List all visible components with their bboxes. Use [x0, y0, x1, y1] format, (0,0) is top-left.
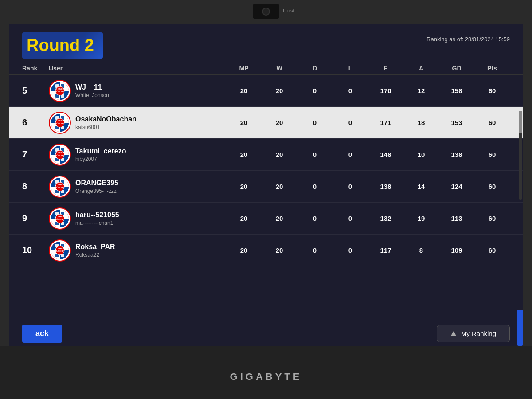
round-title: Round 2	[22, 32, 103, 59]
my-ranking-button[interactable]: My Ranking	[437, 325, 510, 342]
stat-l: 0	[332, 183, 368, 190]
user-cell: FC BAYERN MÜNCHEN ORANGE395 Orange395-_-…	[49, 176, 137, 198]
user-cell: FC BAYERN MÜNCHEN WJ__11 White_Jonson	[49, 80, 137, 102]
stat-a: 8	[403, 246, 439, 254]
sub-username: ma---------chan1	[75, 220, 119, 226]
team-badge: FC BAYERN MÜNCHEN	[49, 207, 71, 230]
table-row: 9 FC BAYERN MÜNCHEN haru--521055 ma-----…	[9, 203, 523, 235]
col-rank-label: Rank	[22, 65, 49, 72]
stat-d: 0	[297, 215, 332, 222]
svg-text:FC BAYERN: FC BAYERN	[55, 184, 65, 186]
stat-mp: 20	[226, 119, 262, 126]
sub-username: hiby2007	[75, 156, 126, 162]
rank-number: 7	[22, 149, 49, 160]
screen-content: Round 2 Ranking as of: 28/01/2024 15:59 …	[9, 24, 523, 346]
svg-text:MÜNCHEN: MÜNCHEN	[55, 90, 65, 93]
team-badge: FC BAYERN MÜNCHEN	[49, 176, 71, 198]
scrollbar[interactable]	[519, 111, 522, 200]
stat-d: 0	[297, 183, 332, 190]
stat-f: 171	[368, 119, 403, 126]
sub-username: Orange395-_-zzz	[75, 188, 118, 194]
stat-l: 0	[332, 119, 368, 126]
stat-gd: 158	[439, 87, 474, 94]
stat-l: 0	[332, 151, 368, 158]
stat-l: 0	[332, 87, 368, 94]
monitor-bottom: GIGABYTE	[0, 346, 532, 399]
user-info: WJ__11 White_Jonson	[75, 83, 109, 98]
rank-number: 10	[22, 245, 49, 255]
team-badge: FC BAYERN MÜNCHEN	[49, 80, 71, 102]
stat-pts: 60	[474, 87, 510, 94]
stat-a: 10	[403, 151, 439, 158]
col-l-label: L	[332, 65, 368, 72]
username: OsakaNoObachan	[75, 115, 137, 123]
stat-l: 0	[332, 246, 368, 254]
header: Round 2 Ranking as of: 28/01/2024 15:59	[9, 24, 523, 62]
table-body: 5 FC BAYERN MÜNCHEN WJ__11 White_Jonson …	[9, 75, 523, 346]
col-w-label: W	[262, 65, 297, 72]
svg-text:MÜNCHEN: MÜNCHEN	[55, 218, 65, 220]
stat-gd: 138	[439, 151, 474, 158]
svg-text:FC BAYERN: FC BAYERN	[55, 247, 65, 250]
col-a-label: A	[403, 65, 439, 72]
stat-mp: 20	[226, 183, 262, 190]
username: haru--521055	[75, 211, 119, 219]
col-mp-label: MP	[226, 65, 262, 72]
stat-d: 0	[297, 119, 332, 126]
col-user-label: User	[49, 65, 137, 72]
rank-number: 6	[22, 117, 49, 128]
svg-text:FC BAYERN: FC BAYERN	[55, 152, 65, 154]
user-cell: FC BAYERN MÜNCHEN Takumi_cerezo hiby2007	[49, 144, 137, 166]
right-accent	[517, 310, 523, 346]
stat-f: 170	[368, 87, 403, 94]
stat-a: 19	[403, 215, 439, 222]
scrollbar-thumb[interactable]	[519, 111, 522, 133]
stat-d: 0	[297, 246, 332, 254]
table-row: 8 FC BAYERN MÜNCHEN ORANGE395 Orange395-…	[9, 171, 523, 203]
col-f-label: F	[368, 65, 403, 72]
team-badge: FC BAYERN MÜNCHEN	[49, 112, 71, 134]
svg-text:FC BAYERN: FC BAYERN	[55, 120, 65, 122]
table-row: 7 FC BAYERN MÜNCHEN Takumi_cerezo hiby20…	[9, 139, 523, 171]
stat-w: 20	[262, 246, 297, 254]
sub-username: White_Jonson	[75, 92, 109, 98]
brand-label: GIGABYTE	[230, 371, 302, 383]
username: WJ__11	[75, 83, 109, 91]
stat-mp: 20	[226, 215, 262, 222]
username: ORANGE395	[75, 179, 118, 187]
stat-mp: 20	[226, 151, 262, 158]
stat-w: 20	[262, 87, 297, 94]
stat-pts: 60	[474, 119, 510, 126]
stat-gd: 109	[439, 246, 474, 254]
stat-d: 0	[297, 151, 332, 158]
stat-pts: 60	[474, 151, 510, 158]
stat-d: 0	[297, 87, 332, 94]
rank-number: 9	[22, 213, 49, 223]
webcam	[253, 4, 279, 19]
stat-f: 132	[368, 215, 403, 222]
user-info: Takumi_cerezo hiby2007	[75, 147, 126, 162]
user-cell: FC BAYERN MÜNCHEN haru--521055 ma-------…	[49, 207, 137, 230]
stat-f: 148	[368, 151, 403, 158]
stat-w: 20	[262, 151, 297, 158]
user-info: ORANGE395 Orange395-_-zzz	[75, 179, 118, 194]
user-info: haru--521055 ma---------chan1	[75, 211, 119, 226]
my-ranking-label: My Ranking	[461, 330, 496, 337]
stat-l: 0	[332, 215, 368, 222]
stat-w: 20	[262, 119, 297, 126]
user-info: OsakaNoObachan katsu6001	[75, 115, 137, 130]
back-button[interactable]: ack	[22, 325, 62, 343]
stat-a: 18	[403, 119, 439, 126]
stat-mp: 20	[226, 246, 262, 254]
user-cell: FC BAYERN MÜNCHEN Roksa_PAR Roksaa22	[49, 239, 137, 262]
stat-gd: 113	[439, 215, 474, 222]
col-gd-label: GD	[439, 65, 474, 72]
stat-f: 117	[368, 246, 403, 254]
stat-w: 20	[262, 215, 297, 222]
user-cell: FC BAYERN MÜNCHEN OsakaNoObachan katsu60…	[49, 112, 137, 134]
stat-pts: 60	[474, 246, 510, 254]
table-row: 10 FC BAYERN MÜNCHEN Roksa_PAR Roksaa22 …	[9, 235, 523, 266]
stat-pts: 60	[474, 215, 510, 222]
svg-text:MÜNCHEN: MÜNCHEN	[55, 186, 65, 188]
stat-pts: 60	[474, 183, 510, 190]
